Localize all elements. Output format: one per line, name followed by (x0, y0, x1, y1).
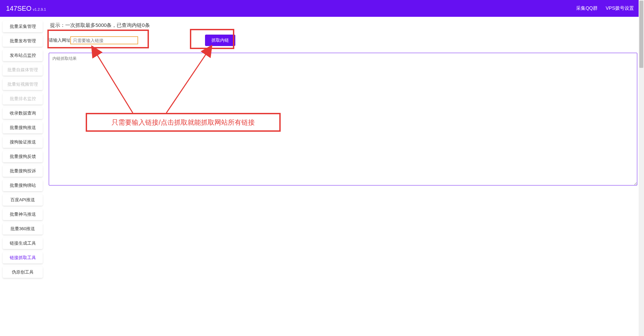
sidebar-item-sogou-complain[interactable]: 批量搜狗投诉 (3, 165, 43, 177)
url-input[interactable] (71, 37, 138, 44)
header-nav: 采集QQ群 VPS拨号设置 (576, 5, 634, 11)
main-content: 提示：一次抓取最多5000条，已查询内链0条 请输入网址 抓取内链 只需要输入链… (45, 17, 644, 336)
sidebar-item-sogou-push[interactable]: 批量搜狗推送 (3, 122, 43, 133)
app-header: 147SEO v1.2.9.1 采集QQ群 VPS拨号设置 (0, 0, 644, 17)
sidebar-item-link-generator[interactable]: 链接生成工具 (3, 238, 43, 249)
nav-qq-group[interactable]: 采集QQ群 (576, 5, 598, 11)
sidebar-item-link-crawler[interactable]: 链接抓取工具 (3, 252, 43, 263)
sidebar-item-collect-manage[interactable]: 批量采集管理 (3, 21, 43, 32)
sidebar-item-sogou-feedback[interactable]: 批量搜狗反馈 (3, 151, 43, 162)
brand-name: 147SEO (6, 5, 32, 12)
sidebar-item-360-push[interactable]: 批量360推送 (3, 223, 43, 235)
sidebar[interactable]: 批量采集管理 批量发布管理 发布站点监控 批量自媒体管理 批量短视频管理 批量排… (0, 17, 45, 336)
sidebar-item-site-monitor[interactable]: 发布站点监控 (3, 50, 43, 61)
brand: 147SEO v1.2.9.1 (6, 5, 46, 12)
brand-version: v1.2.9.1 (33, 7, 46, 11)
fetch-button[interactable]: 抓取内链 (205, 35, 235, 46)
sidebar-item-rank-monitor: 批量排名监控 (3, 93, 43, 104)
sidebar-item-media-manage: 批量自媒体管理 (3, 64, 43, 76)
nav-vps-dial[interactable]: VPS拨号设置 (606, 5, 634, 11)
sidebar-item-publish-manage[interactable]: 批量发布管理 (3, 35, 43, 47)
sidebar-item-sogou-verify[interactable]: 搜狗验证推送 (3, 136, 43, 148)
scrollbar-thumb[interactable] (639, 1, 643, 68)
sidebar-item-baidu-api[interactable]: 百度API推送 (3, 194, 43, 206)
url-input-label: 请输入网址 (49, 37, 71, 43)
input-row: 请输入网址 抓取内链 (49, 35, 637, 46)
tip-text: 提示：一次抓取最多5000条，已查询内链0条 (50, 22, 637, 29)
sidebar-item-pseudo-original[interactable]: 伪原创工具 (3, 266, 43, 278)
sidebar-item-sogou-bind[interactable]: 批量搜狗绑站 (3, 180, 43, 191)
sidebar-item-shenma-push[interactable]: 批量神马推送 (3, 209, 43, 220)
result-textarea[interactable] (49, 53, 637, 185)
window-scrollbar[interactable] (639, 0, 644, 336)
sidebar-item-shortvideo-manage: 批量短视频管理 (3, 79, 43, 90)
sidebar-item-index-query[interactable]: 收录数据查询 (3, 108, 43, 119)
